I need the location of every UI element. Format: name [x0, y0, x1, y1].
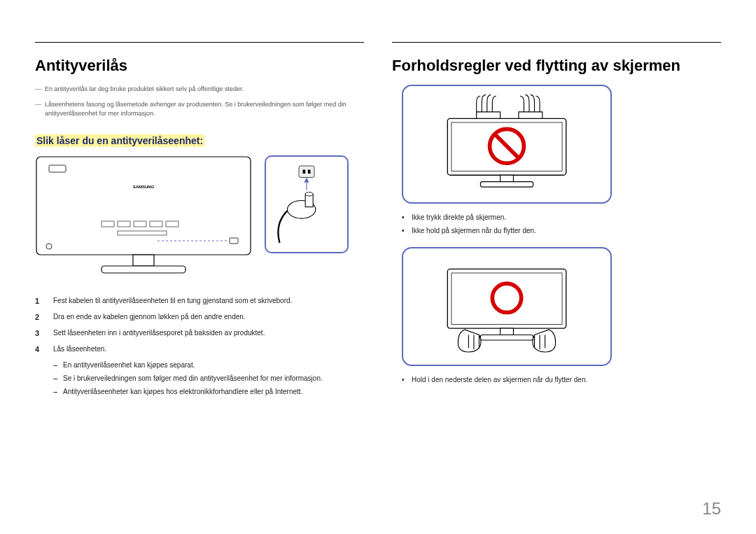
- brand-text: SAMSUNG: [133, 185, 155, 189]
- figure-do-not-press: [402, 85, 612, 204]
- svg-rect-15: [308, 169, 311, 174]
- bullet-item: Ikke hold på skjermen når du flytter den…: [402, 224, 721, 237]
- svg-rect-24: [480, 182, 533, 188]
- bullet-item: Ikke trykk direkte på skjermen.: [402, 211, 721, 224]
- divider: [392, 42, 721, 43]
- step-item: Dra en ende av kabelen gjennom løkken på…: [35, 310, 364, 323]
- prohibited-press-icon: [405, 88, 608, 200]
- svg-rect-14: [303, 169, 306, 174]
- page-number: 15: [702, 499, 721, 519]
- bullets-1: Ikke trykk direkte på skjermen. Ikke hol…: [402, 211, 721, 237]
- left-subheading: Slik låser du en antityverilåseenhet:: [35, 134, 204, 147]
- svg-rect-30: [480, 335, 533, 340]
- step-item: Sett låseenheten inn i antityverilåsespo…: [35, 326, 364, 339]
- svg-rect-12: [102, 266, 186, 273]
- note-2: Låseenhetens fasong og låsemetode avheng…: [35, 100, 364, 119]
- step-item: Fest kabelen til antityverilåseenheten t…: [35, 294, 364, 307]
- svg-rect-28: [451, 273, 562, 324]
- post-note-item: Antityverilåseenheter kan kjøpes hos ele…: [53, 385, 364, 398]
- right-title: Forholdsregler ved flytting av skjermen: [392, 57, 721, 75]
- post-notes: En antityverilåseenhet kan kjøpes separa…: [53, 358, 364, 398]
- steps-list: Fest kabelen til antityverilåseenheten t…: [35, 294, 364, 398]
- correct-hold-icon: [405, 251, 608, 363]
- post-note-item: Se i brukerveiledningen som følger med d…: [53, 372, 364, 385]
- note-1: En antityverilås lar deg bruke produktet…: [35, 85, 364, 94]
- right-column: Forholdsregler ved flytting av skjermen: [392, 42, 721, 513]
- divider: [35, 42, 364, 43]
- svg-rect-23: [500, 175, 514, 181]
- figure-hold-bottom: [402, 247, 612, 366]
- left-column: Antityverilås En antityverilås lar deg b…: [35, 42, 364, 513]
- monitor-back-illustration: SAMSUNG: [35, 155, 252, 281]
- svg-point-20: [305, 192, 313, 196]
- bullet-item: Hold i den nederste delen av skjermen nå…: [402, 373, 721, 386]
- post-note-item: En antityverilåseenhet kan kjøpes separa…: [53, 358, 364, 372]
- left-title: Antityverilås: [35, 57, 364, 75]
- svg-rect-11: [133, 255, 154, 266]
- step-text: Lås låseenheten.: [53, 345, 106, 353]
- svg-rect-29: [500, 328, 514, 335]
- step-item: Lås låseenheten. En antityverilåseenhet …: [35, 342, 364, 398]
- svg-rect-0: [36, 157, 251, 255]
- lock-detail-illustration: [265, 155, 349, 253]
- bullets-2: Hold i den nederste delen av skjermen nå…: [402, 373, 721, 386]
- svg-marker-17: [304, 177, 309, 182]
- illustration-row: SAMSUNG: [35, 155, 364, 281]
- svg-rect-13: [299, 166, 314, 178]
